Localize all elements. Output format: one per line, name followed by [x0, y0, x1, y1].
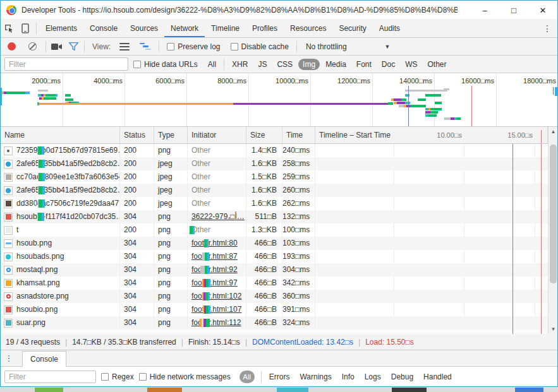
checkbox-icon[interactable]	[101, 373, 109, 381]
scroll-down-icon[interactable]: ▼	[549, 324, 558, 334]
title-bar[interactable]: Developer Tools - https://io.hsoub.com/d…	[1, 1, 557, 20]
tab-audits[interactable]: Audits	[373, 20, 406, 37]
table-row[interactable]	[1, 330, 557, 334]
filter-chip-img[interactable]: Img	[298, 59, 320, 70]
filter-chip-doc[interactable]: Doc	[377, 59, 399, 70]
console-level-all[interactable]: All	[240, 371, 255, 383]
minimize-button[interactable]: –	[470, 1, 499, 20]
request-time: 360□ms	[282, 290, 315, 303]
scroll-up-icon[interactable]: ▲	[549, 127, 558, 136]
filter-chip-all[interactable]: All	[203, 59, 221, 70]
scrollbar-thumb[interactable]	[550, 145, 557, 283]
tab-security[interactable]: Security	[332, 20, 372, 37]
taskbar-fragment	[147, 388, 182, 392]
table-row[interactable]: t200pngOther1.3□KB100□ms	[1, 223, 557, 237]
maximize-button[interactable]: □	[499, 1, 528, 20]
tab-sources[interactable]: Sources	[124, 20, 164, 37]
checkbox-icon[interactable]	[139, 373, 147, 381]
console-level-debug[interactable]: Debug	[386, 372, 418, 381]
devtools-menu-icon[interactable]: ⋮	[540, 20, 555, 37]
table-row[interactable]: 72359ab0d715b67d97815e69…200pngOther1.4□…	[1, 144, 557, 157]
disable-cache-checkbox[interactable]: Disable cache	[231, 42, 289, 51]
tab-timeline[interactable]: Timeline	[205, 20, 246, 37]
console-level-warnings[interactable]: Warnings	[294, 372, 336, 381]
initiator-link[interactable]: footer.html:102	[191, 292, 241, 300]
tab-elements[interactable]: Elements	[39, 20, 83, 37]
filter-chip-xhr[interactable]: XHR	[227, 59, 252, 70]
initiator-link[interactable]: footer.html:112	[191, 318, 241, 327]
request-name: khamsat.png	[16, 276, 60, 290]
filter-chip-js[interactable]: JS	[253, 59, 271, 70]
timeline-overview[interactable]: 2000□ms4000□ms6000□ms8000□ms10000□ms1200…	[1, 73, 557, 127]
tab-resources[interactable]: Resources	[284, 20, 332, 37]
column-header-size[interactable]: Size	[246, 127, 282, 143]
initiator-link[interactable]: footer.html:107	[191, 305, 241, 314]
overview-waterfall-bar	[394, 98, 401, 101]
table-row[interactable]: cc70ac7809ee1e3fb7a6063e54…200jpegOther1…	[1, 170, 557, 184]
hide-data-urls-checkbox[interactable]: Hide data URLs	[133, 60, 198, 69]
table-row[interactable]: asnadstore.png304pngfooter.html:102466□B…	[1, 290, 557, 303]
throttling-select[interactable]: No throttling ▼	[306, 42, 391, 51]
divider	[159, 41, 159, 52]
initiator-link[interactable]: 36222-979،□أ…	[191, 212, 245, 221]
table-row[interactable]: dd3804ac7506c719fe29daa47…200jpegOther1.…	[1, 197, 557, 210]
table-row[interactable]: khamsat.png304pngfooter.html:97466□B342□…	[1, 276, 557, 290]
table-row[interactable]: 2afe65e35bb41a5f9ed2b8cb2…200jpegOther1.…	[1, 157, 557, 170]
hide-network-messages-checkbox[interactable]: Hide network messages	[139, 372, 231, 381]
table-row[interactable]: hsoubads.png304pngfooter.html:87466□B193…	[1, 250, 557, 263]
table-row[interactable]: hsoubio.png304pngfooter.html:107466□B391…	[1, 303, 557, 316]
file-thumbnail-icon	[4, 319, 13, 328]
checkbox-icon[interactable]	[231, 43, 238, 50]
initiator-link[interactable]: footer.html:92	[191, 265, 238, 274]
close-button[interactable]: ✕	[528, 1, 557, 20]
console-level-handled[interactable]: Handled	[418, 372, 457, 381]
tab-profiles[interactable]: Profiles	[246, 20, 284, 37]
console-level-logs[interactable]: Logs	[360, 372, 386, 381]
screenshot-camera-icon[interactable]	[49, 39, 65, 54]
table-row[interactable]: suar.png304pngfooter.html:112466□B324□ms	[1, 316, 557, 330]
table-row[interactable]: 2afe65e35bb41a5f9ed2b8cb2…200jpegOther1.…	[1, 184, 557, 197]
request-initiator: Other	[188, 197, 246, 210]
filter-chip-ws[interactable]: WS	[401, 59, 422, 70]
initiator-link[interactable]: footer.html:87	[191, 252, 238, 261]
waterfall-view-icon[interactable]	[140, 43, 151, 50]
checkbox-icon[interactable]	[167, 43, 174, 50]
tab-console[interactable]: Console	[83, 20, 124, 37]
table-row[interactable]: mostaql.png304pngfooter.html:92466□B304□…	[1, 263, 557, 276]
console-level-errors[interactable]: Errors	[264, 372, 295, 381]
clear-icon[interactable]	[28, 42, 37, 50]
regex-checkbox[interactable]: Regex	[101, 372, 134, 381]
column-header-time[interactable]: Time	[282, 127, 315, 143]
column-header-type[interactable]: Type	[154, 127, 188, 143]
filter-chip-other[interactable]: Other	[423, 59, 451, 70]
overview-gridline	[248, 73, 249, 126]
initiator-link[interactable]: footer.html:80	[191, 239, 238, 247]
console-level-info[interactable]: Info	[337, 372, 360, 381]
list-view-icon[interactable]	[119, 43, 130, 50]
column-header-initiator[interactable]: Initiator	[188, 127, 246, 143]
device-toolbar-icon[interactable]	[17, 21, 33, 36]
column-header-status[interactable]: Status	[120, 127, 154, 143]
table-row[interactable]: hsoub.png304pngfooter.html:80466□B103□ms	[1, 237, 557, 250]
request-status: 304	[120, 263, 154, 276]
filter-chip-font[interactable]: Font	[352, 59, 376, 70]
request-status: 200	[120, 223, 154, 237]
preserve-log-checkbox[interactable]: Preserve log	[167, 42, 220, 51]
table-scrollbar[interactable]: ▲ ▼	[548, 127, 557, 334]
initiator-link[interactable]: footer.html:97	[191, 278, 238, 287]
filter-chip-css[interactable]: CSS	[272, 59, 297, 70]
filter-funnel-icon[interactable]	[65, 39, 82, 54]
tab-console-drawer[interactable]: Console	[22, 351, 66, 367]
inspect-element-icon[interactable]	[1, 21, 17, 36]
request-time: 100□ms	[282, 223, 315, 237]
record-button[interactable]	[8, 42, 16, 50]
file-thumbnail-icon	[4, 279, 13, 288]
table-row[interactable]: hsoubio-f117f41d20cb07dc35…304png36222-9…	[1, 210, 557, 223]
column-header-name[interactable]: Name	[1, 127, 120, 143]
console-filter-input[interactable]	[4, 371, 96, 383]
network-filter-input[interactable]	[4, 57, 128, 71]
filter-chip-media[interactable]: Media	[321, 59, 351, 70]
drawer-menu-icon[interactable]: ⋮	[1, 350, 17, 366]
tab-network[interactable]: Network	[164, 20, 205, 37]
checkbox-icon[interactable]	[133, 61, 141, 68]
